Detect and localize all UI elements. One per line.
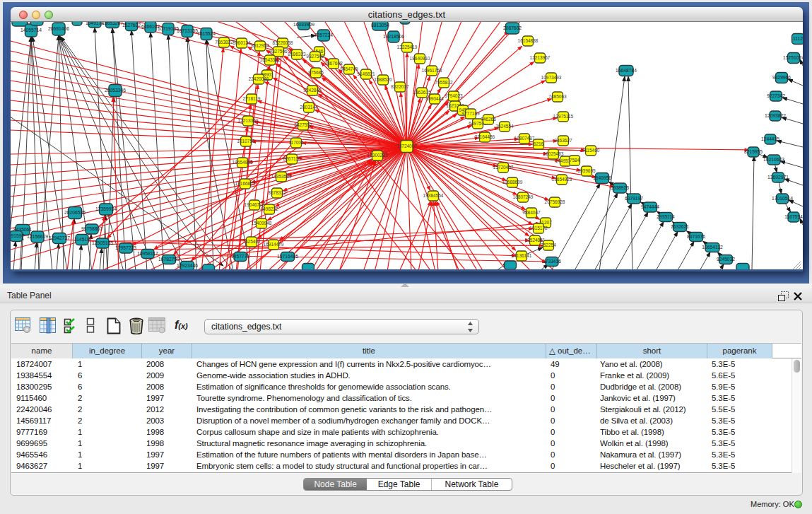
svg-text:10719135: 10719135 bbox=[158, 26, 179, 31]
svg-text:99758867: 99758867 bbox=[81, 226, 102, 231]
svg-text:16154838: 16154838 bbox=[518, 38, 539, 43]
svg-text:9227342: 9227342 bbox=[767, 93, 785, 98]
svg-text:1588520: 1588520 bbox=[374, 77, 392, 82]
svg-text:17359934: 17359934 bbox=[95, 206, 117, 211]
svg-text:8813054: 8813054 bbox=[371, 23, 389, 28]
svg-text:12213967: 12213967 bbox=[530, 55, 551, 60]
svg-text:9146821: 9146821 bbox=[357, 71, 375, 76]
svg-text:12213359: 12213359 bbox=[238, 118, 259, 123]
svg-text:8322037: 8322037 bbox=[391, 84, 409, 89]
svg-text:991597: 991597 bbox=[11, 233, 24, 238]
svg-text:19384554: 19384554 bbox=[423, 193, 444, 198]
svg-text:7485063: 7485063 bbox=[548, 94, 567, 99]
svg-text:16033809: 16033809 bbox=[293, 22, 314, 27]
svg-text:18640910: 18640910 bbox=[410, 56, 430, 61]
svg-text:10807487: 10807487 bbox=[514, 136, 535, 141]
svg-text:16210643: 16210643 bbox=[763, 157, 784, 162]
svg-text:18807249: 18807249 bbox=[513, 194, 534, 199]
svg-text:7515524: 7515524 bbox=[197, 31, 216, 36]
svg-text:3624554: 3624554 bbox=[495, 124, 514, 129]
svg-text:7663822: 7663822 bbox=[215, 40, 233, 45]
svg-text:83226058: 83226058 bbox=[273, 40, 293, 45]
svg-text:10025483: 10025483 bbox=[543, 151, 564, 156]
svg-text:1167534: 1167534 bbox=[784, 214, 803, 219]
svg-text:16914479: 16914479 bbox=[264, 242, 284, 247]
svg-text:2867608: 2867608 bbox=[324, 61, 343, 66]
svg-text:12156819: 12156819 bbox=[27, 234, 48, 239]
svg-text:15751074: 15751074 bbox=[783, 55, 803, 60]
svg-text:14055714: 14055714 bbox=[20, 28, 42, 33]
svg-text:9463627: 9463627 bbox=[554, 138, 572, 143]
svg-text:17957223: 17957223 bbox=[115, 245, 136, 250]
svg-text:20691406: 20691406 bbox=[48, 26, 69, 31]
svg-text:9329966: 9329966 bbox=[772, 75, 791, 80]
svg-text:10653267: 10653267 bbox=[102, 22, 123, 25]
svg-text:14353594: 14353594 bbox=[271, 174, 292, 179]
svg-text:9242848: 9242848 bbox=[303, 88, 322, 93]
svg-text:10973493: 10973493 bbox=[541, 75, 562, 80]
svg-text:8186323: 8186323 bbox=[288, 52, 306, 57]
svg-text:7625402: 7625402 bbox=[242, 239, 261, 244]
svg-text:19166825: 19166825 bbox=[235, 181, 256, 186]
svg-text:8912954: 8912954 bbox=[251, 43, 269, 48]
svg-text:21164486: 21164486 bbox=[475, 134, 495, 139]
svg-text:15720407: 15720407 bbox=[493, 165, 514, 170]
svg-text:2935114: 2935114 bbox=[657, 214, 675, 219]
svg-text:6939695: 6939695 bbox=[577, 168, 596, 173]
svg-text:9794023: 9794023 bbox=[445, 93, 463, 98]
svg-text:19654985: 19654985 bbox=[233, 160, 253, 165]
svg-text:8215955: 8215955 bbox=[744, 149, 763, 154]
svg-text:12093872: 12093872 bbox=[765, 113, 786, 118]
svg-text:1010755: 1010755 bbox=[237, 139, 255, 144]
svg-text:22420046: 22420046 bbox=[249, 76, 269, 81]
svg-text:8471676: 8471676 bbox=[687, 234, 705, 239]
svg-text:15716485: 15716485 bbox=[277, 254, 298, 259]
svg-text:16782759: 16782759 bbox=[158, 257, 180, 262]
svg-text:7357224: 7357224 bbox=[314, 33, 333, 37]
svg-text:1640956: 1640956 bbox=[593, 175, 611, 180]
svg-text:10688609: 10688609 bbox=[502, 180, 523, 185]
svg-text:1362615: 1362615 bbox=[413, 90, 431, 95]
svg-text:18724007: 18724007 bbox=[396, 144, 417, 148]
svg-text:14136141: 14136141 bbox=[512, 253, 532, 258]
svg-text:19654923: 19654923 bbox=[552, 177, 572, 182]
svg-text:12505185: 12505185 bbox=[92, 240, 113, 245]
svg-text:15409948: 15409948 bbox=[252, 221, 272, 226]
svg-text:9327508: 9327508 bbox=[306, 54, 324, 59]
svg-text:13692971: 13692971 bbox=[767, 175, 789, 180]
svg-text:9327506: 9327506 bbox=[269, 49, 288, 54]
svg-text:9777169: 9777169 bbox=[461, 111, 480, 116]
svg-text:875685: 875685 bbox=[308, 70, 324, 75]
svg-text:2718119: 2718119 bbox=[243, 96, 261, 101]
svg-text:1112: 1112 bbox=[793, 36, 803, 41]
svg-text:8454749: 8454749 bbox=[340, 66, 358, 71]
svg-text:13325419: 13325419 bbox=[397, 45, 418, 49]
svg-text:12923446: 12923446 bbox=[177, 263, 198, 268]
svg-text:9884047: 9884047 bbox=[522, 210, 541, 215]
svg-text:16543382: 16543382 bbox=[260, 57, 281, 62]
svg-text:2803144: 2803144 bbox=[300, 105, 318, 110]
svg-text:7584: 7584 bbox=[570, 158, 580, 163]
svg-text:8678312: 8678312 bbox=[268, 190, 286, 195]
svg-text:20756928: 20756928 bbox=[545, 199, 565, 204]
svg-text:7632621: 7632621 bbox=[671, 224, 689, 229]
svg-text:114519: 114519 bbox=[74, 237, 90, 242]
svg-text:5938923: 5938923 bbox=[611, 185, 629, 190]
svg-text:2087682: 2087682 bbox=[503, 25, 522, 30]
svg-text:10958117: 10958117 bbox=[137, 251, 158, 256]
svg-text:20206535: 20206535 bbox=[64, 210, 86, 215]
svg-text:6379197: 6379197 bbox=[625, 196, 643, 201]
svg-text:1527602: 1527602 bbox=[122, 23, 141, 28]
svg-text:13524851: 13524851 bbox=[525, 238, 546, 243]
svg-text:12942737: 12942737 bbox=[49, 235, 70, 240]
svg-text:9245032: 9245032 bbox=[717, 257, 735, 262]
svg-text:117006: 117006 bbox=[288, 140, 304, 145]
svg-text:8990444: 8990444 bbox=[425, 96, 444, 101]
svg-text:1244415: 1244415 bbox=[761, 136, 779, 141]
svg-text:16961758: 16961758 bbox=[422, 68, 442, 73]
svg-text:10654112: 10654112 bbox=[702, 245, 723, 250]
svg-text:15300283: 15300283 bbox=[367, 153, 388, 158]
svg-text:8427552: 8427552 bbox=[294, 122, 312, 127]
svg-text:1615172: 1615172 bbox=[529, 226, 548, 230]
svg-text:746266: 746266 bbox=[481, 117, 496, 122]
